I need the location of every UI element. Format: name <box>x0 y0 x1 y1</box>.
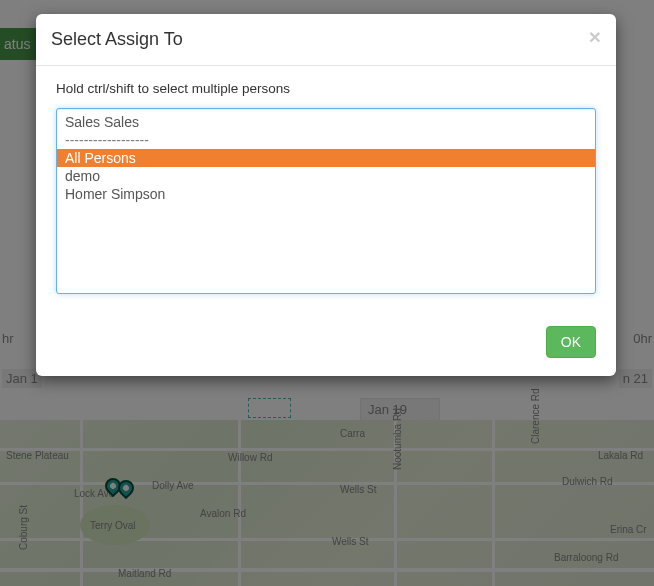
modal-header: Select Assign To × <box>36 14 616 66</box>
assign-to-modal: Select Assign To × Hold ctrl/shift to se… <box>36 14 616 376</box>
close-button[interactable]: × <box>589 26 601 47</box>
modal-footer: OK <box>36 314 616 376</box>
modal-title: Select Assign To <box>51 29 601 50</box>
assign-option[interactable]: Sales Sales <box>57 113 595 131</box>
modal-body: Hold ctrl/shift to select multiple perso… <box>36 66 616 314</box>
assign-option[interactable]: All Persons <box>57 149 595 167</box>
assign-option: ------------------ <box>57 131 595 149</box>
assign-to-select[interactable]: Sales Sales------------------All Persons… <box>56 108 596 294</box>
assign-option[interactable]: demo <box>57 167 595 185</box>
ok-button[interactable]: OK <box>546 326 596 358</box>
assign-option[interactable]: Homer Simpson <box>57 185 595 203</box>
multiselect-hint: Hold ctrl/shift to select multiple perso… <box>56 81 596 96</box>
